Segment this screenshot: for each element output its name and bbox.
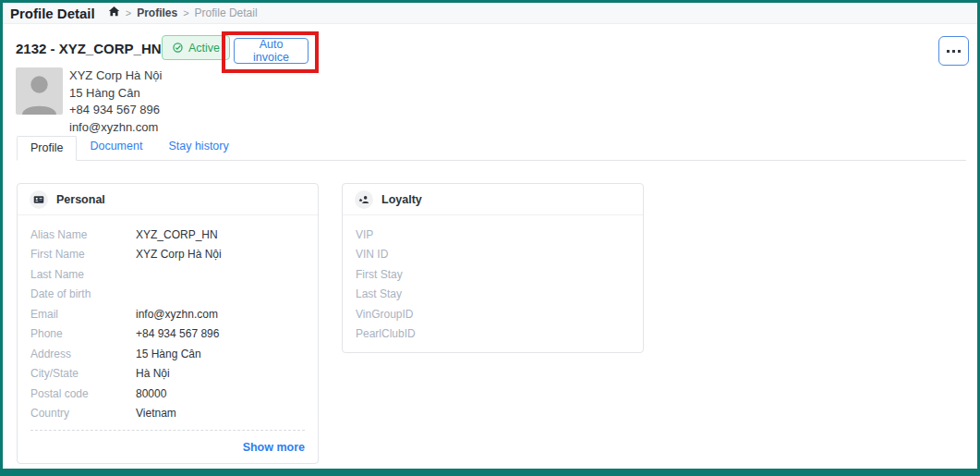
field-row: Address 15 Hàng Cân bbox=[30, 344, 305, 364]
field-label: First Stay bbox=[356, 268, 461, 281]
field-value: Vietnam bbox=[136, 407, 176, 420]
contact-phone: +84 934 567 896 bbox=[69, 102, 162, 119]
field-value: +84 934 567 896 bbox=[136, 327, 219, 340]
field-row: PearlClubID bbox=[356, 324, 630, 345]
home-icon bbox=[108, 5, 120, 21]
auto-invoice-button[interactable]: Auto invoice bbox=[234, 38, 309, 64]
field-label: Country bbox=[30, 407, 136, 420]
status-label: Active bbox=[188, 42, 220, 55]
loyalty-card: Loyalty VIP VIN ID First Stay Last Stay … bbox=[342, 183, 644, 353]
field-label: Phone bbox=[30, 327, 136, 340]
field-row: VIP bbox=[356, 225, 630, 245]
contact-address: 15 Hàng Cân bbox=[69, 85, 162, 103]
ellipsis-icon bbox=[947, 50, 961, 53]
personal-card-header: Personal bbox=[18, 184, 318, 215]
personal-card: Personal Alias Name XYZ_CORP_HN First Na… bbox=[17, 183, 319, 464]
field-value: info@xyzhn.com bbox=[136, 308, 218, 321]
field-label: Last Name bbox=[30, 268, 136, 281]
field-value: XYZ_CORP_HN bbox=[136, 228, 218, 241]
contact-info: XYZ Corp Hà Nội 15 Hàng Cân +84 934 567 … bbox=[69, 67, 162, 137]
breadcrumb-separator: > bbox=[126, 7, 131, 18]
field-label: Date of birth bbox=[30, 287, 136, 300]
status-badge: Active bbox=[162, 35, 230, 60]
breadcrumb-bar: Profile Detail > Profiles > Profile Deta… bbox=[3, 3, 977, 24]
field-label: PearlClubID bbox=[356, 327, 461, 340]
field-label: VIP bbox=[356, 228, 461, 241]
field-row: VinGroupID bbox=[356, 304, 630, 324]
field-label: VIN ID bbox=[356, 248, 461, 261]
field-label: Alias Name bbox=[30, 228, 136, 241]
app-window: Profile Detail > Profiles > Profile Deta… bbox=[0, 0, 980, 476]
field-label: Address bbox=[30, 348, 136, 360]
tab-document[interactable]: Document bbox=[77, 135, 155, 160]
field-label: Postal code bbox=[30, 387, 136, 400]
field-row: Last Name bbox=[30, 264, 305, 285]
field-value: Hà Nội bbox=[136, 367, 170, 380]
tab-stay-history[interactable]: Stay history bbox=[155, 135, 241, 160]
field-row: VIN ID bbox=[356, 245, 630, 265]
card-title: Loyalty bbox=[381, 193, 422, 206]
field-label: Email bbox=[30, 308, 136, 321]
id-card-icon bbox=[30, 190, 48, 209]
field-value: XYZ Corp Hà Nội bbox=[136, 248, 222, 261]
page-title: Profile Detail bbox=[10, 6, 95, 21]
contact-name: XYZ Corp Hà Nội bbox=[69, 67, 162, 85]
field-row: First Name XYZ Corp Hà Nội bbox=[30, 245, 305, 265]
field-row: City/State Hà Nội bbox=[30, 364, 305, 384]
avatar bbox=[16, 67, 63, 115]
breadcrumb-item-profiles[interactable]: Profiles bbox=[137, 6, 177, 19]
breadcrumb-home[interactable] bbox=[108, 5, 120, 21]
loyalty-member-icon bbox=[355, 190, 373, 209]
tab-bar: Profile Document Stay history bbox=[17, 135, 966, 161]
tab-profile[interactable]: Profile bbox=[17, 136, 77, 161]
field-row: Phone +84 934 567 896 bbox=[30, 324, 305, 345]
show-more-link[interactable]: Show more bbox=[30, 431, 305, 463]
contact-email: info@xyzhn.com bbox=[69, 119, 162, 137]
field-row: Last Stay bbox=[356, 285, 630, 305]
field-row: Country Vietnam bbox=[30, 404, 305, 424]
field-row: Alias Name XYZ_CORP_HN bbox=[30, 225, 305, 245]
check-circle-icon bbox=[172, 42, 184, 54]
field-row: Email info@xyzhn.com bbox=[30, 304, 305, 324]
field-label: VinGroupID bbox=[356, 308, 461, 321]
field-label: First Name bbox=[30, 248, 136, 261]
loyalty-card-header: Loyalty bbox=[343, 184, 643, 215]
card-title: Personal bbox=[56, 193, 105, 206]
personal-card-body: Alias Name XYZ_CORP_HN First Name XYZ Co… bbox=[18, 215, 318, 463]
field-label: City/State bbox=[30, 367, 136, 380]
field-value: 80000 bbox=[136, 387, 166, 400]
loyalty-card-body: VIP VIN ID First Stay Last Stay VinGroup… bbox=[343, 215, 643, 352]
field-label: Last Stay bbox=[356, 287, 461, 300]
more-actions-button[interactable] bbox=[938, 36, 969, 66]
field-row: Date of birth bbox=[30, 285, 305, 305]
breadcrumb-separator: > bbox=[183, 7, 188, 18]
field-row: First Stay bbox=[356, 264, 630, 285]
breadcrumb-item-profile-detail: Profile Detail bbox=[195, 6, 258, 19]
profile-id: 2132 - XYZ_CORP_HN bbox=[16, 41, 162, 56]
field-value: 15 Hàng Cân bbox=[136, 348, 201, 360]
field-row: Postal code 80000 bbox=[30, 384, 305, 404]
